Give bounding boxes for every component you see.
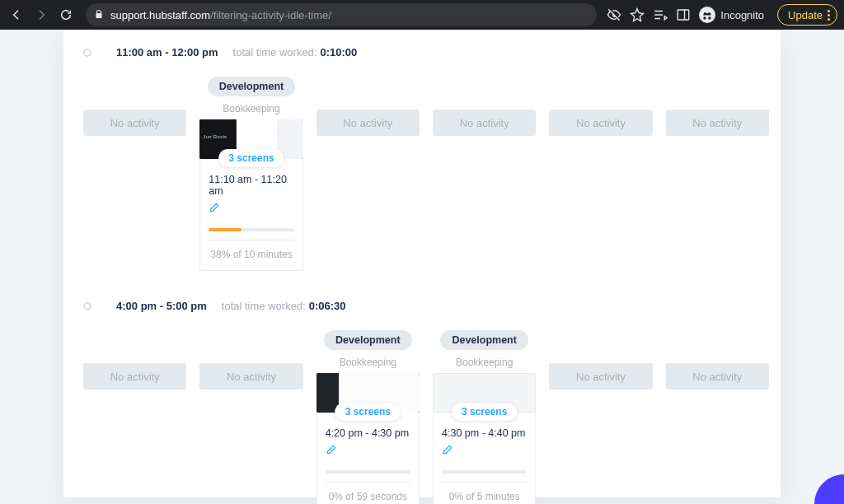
forward-button[interactable] [31, 5, 51, 25]
no-activity-text: No activity [343, 117, 392, 129]
no-activity-slot: No activity [199, 363, 302, 390]
incognito-label: Incognito [720, 9, 764, 21]
slots-row: No activityNo activityDevelopmentBookkee… [80, 330, 772, 504]
activity-details: 4:30 pm - 4:40 pm0% of 5 minutes [433, 413, 536, 504]
browser-toolbar: support.hubstaff.com/filtering-activity-… [0, 0, 844, 30]
no-activity-text: No activity [576, 117, 626, 129]
activity-card[interactable]: DevelopmentBookkeeping3 screens4:30 pm -… [433, 330, 536, 504]
activity-panel: 11:00 am - 12:00 pmtotal time worked:0:1… [63, 30, 781, 497]
screenshot[interactable]: 3 screens [316, 373, 420, 413]
activity-timerange: 11:10 am - 11:20 am [209, 174, 293, 197]
page: 11:00 am - 12:00 pmtotal time worked:0:1… [0, 30, 844, 504]
activity-percent: 0% of 5 minutes [442, 482, 527, 502]
url-text: support.hubstaff.com/filtering-activity-… [110, 9, 331, 21]
reload-button[interactable] [56, 5, 76, 25]
update-button[interactable]: Update [777, 4, 837, 26]
url-path: /filtering-activity-idle-time/ [210, 9, 331, 21]
panel-icon[interactable] [676, 7, 691, 22]
time-block: 4:00 pm - 5:00 pmtotal time worked:0:06:… [80, 300, 772, 504]
edit-icon[interactable] [326, 444, 337, 455]
screens-badge[interactable]: 3 screens [335, 403, 401, 421]
time-block: 11:00 am - 12:00 pmtotal time worked:0:1… [80, 46, 772, 271]
no-activity-text: No activity [460, 117, 509, 129]
total-worked-value: 0:10:00 [320, 46, 357, 58]
time-block-header: 4:00 pm - 5:00 pmtotal time worked:0:06:… [80, 300, 772, 312]
svg-rect-0 [678, 10, 690, 20]
lock-icon [94, 9, 104, 21]
no-activity-text: No activity [692, 371, 742, 383]
no-activity-slot: No activity [433, 110, 536, 136]
address-bar[interactable]: support.hubstaff.com/filtering-activity-… [86, 3, 597, 26]
timeline-marker-icon [83, 302, 91, 310]
no-activity-slot: No activity [666, 110, 769, 136]
activity-subtitle: Bookkeeping [456, 357, 513, 368]
help-launcher[interactable] [814, 474, 844, 504]
no-activity-text: No activity [692, 117, 742, 129]
activity-percent: 38% of 10 minutes [209, 240, 293, 260]
playlist-icon[interactable] [653, 7, 668, 22]
no-activity-slot: No activity [549, 363, 652, 390]
toolbar-right: Incognito Update [607, 4, 837, 26]
no-activity-slot: No activity [83, 110, 186, 136]
total-worked-value: 0:06:30 [309, 300, 346, 312]
no-activity-text: No activity [110, 371, 160, 383]
activity-percent: 0% of 59 seconds [326, 482, 410, 502]
screenshot[interactable]: 3 screens [433, 373, 536, 413]
no-activity-slot: No activity [83, 363, 186, 390]
activity-progress [326, 470, 410, 474]
url-domain: support.hubstaff.com [110, 9, 210, 21]
update-label: Update [788, 9, 823, 21]
no-activity-text: No activity [576, 371, 626, 383]
no-activity-slot: No activity [316, 110, 420, 136]
activity-timerange: 4:30 pm - 4:40 pm [442, 427, 527, 439]
total-worked-label: total time worked: [222, 300, 306, 312]
screens-badge[interactable]: 3 screens [452, 403, 517, 421]
activity-card[interactable]: DevelopmentBookkeepingJun Roxis3 screens… [199, 77, 302, 271]
edit-icon[interactable] [209, 202, 220, 213]
kebab-icon [828, 10, 830, 21]
star-icon[interactable] [630, 7, 645, 22]
activity-details: 11:10 am - 11:20 am38% of 10 minutes [199, 159, 302, 271]
activity-details: 4:20 pm - 4:30 pm0% of 59 seconds [316, 413, 420, 504]
activity-tag: Development [324, 330, 412, 350]
activity-progress [442, 470, 527, 474]
activity-timerange: 4:20 pm - 4:30 pm [326, 427, 410, 439]
activity-progress [209, 228, 293, 231]
activity-tag: Development [440, 330, 528, 350]
activity-card[interactable]: DevelopmentBookkeeping3 screens4:20 pm -… [316, 330, 420, 504]
total-worked-label: total time worked: [233, 46, 317, 58]
no-activity-text: No activity [110, 117, 160, 129]
incognito-icon [699, 7, 715, 23]
no-activity-text: No activity [227, 371, 276, 383]
activity-subtitle: Bookkeeping [223, 103, 279, 114]
activity-tag: Development [208, 77, 296, 96]
eye-off-icon[interactable] [607, 7, 621, 22]
time-range: 4:00 pm - 5:00 pm [116, 300, 207, 312]
no-activity-slot: No activity [549, 110, 652, 136]
screens-badge[interactable]: 3 screens [218, 149, 284, 167]
time-range: 11:00 am - 12:00 pm [116, 46, 218, 58]
timeline-marker-icon [83, 49, 91, 57]
edit-icon[interactable] [442, 444, 453, 455]
slots-row: No activityDevelopmentBookkeepingJun Rox… [80, 77, 772, 271]
no-activity-slot: No activity [666, 363, 769, 390]
screenshot[interactable]: Jun Roxis3 screens [199, 119, 302, 159]
time-block-header: 11:00 am - 12:00 pmtotal time worked:0:1… [80, 46, 772, 58]
activity-subtitle: Bookkeeping [340, 357, 396, 368]
profile-chip[interactable]: Incognito [699, 7, 764, 23]
back-button[interactable] [7, 5, 26, 25]
